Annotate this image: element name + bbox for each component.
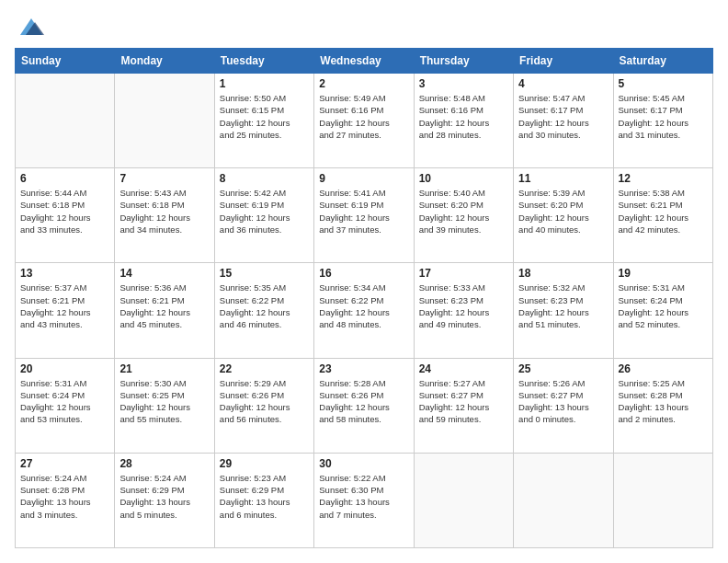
- calendar-cell: 17Sunrise: 5:33 AM Sunset: 6:23 PM Dayli…: [414, 263, 513, 358]
- day-info: Sunrise: 5:28 AM Sunset: 6:26 PM Dayligh…: [319, 377, 408, 426]
- day-info: Sunrise: 5:48 AM Sunset: 6:16 PM Dayligh…: [419, 92, 508, 141]
- day-number: 29: [220, 457, 309, 470]
- calendar-cell: [16, 74, 115, 168]
- day-info: Sunrise: 5:31 AM Sunset: 6:24 PM Dayligh…: [619, 282, 708, 330]
- day-info: Sunrise: 5:47 AM Sunset: 6:17 PM Dayligh…: [518, 92, 608, 141]
- day-number: 2: [319, 77, 408, 90]
- day-info: Sunrise: 5:22 AM Sunset: 6:30 PM Dayligh…: [319, 472, 408, 521]
- calendar-day-header: Wednesday: [314, 49, 414, 74]
- day-info: Sunrise: 5:35 AM Sunset: 6:22 PM Dayligh…: [220, 282, 309, 330]
- day-number: 23: [319, 362, 408, 375]
- day-number: 27: [20, 457, 109, 470]
- calendar-table: SundayMondayTuesdayWednesdayThursdayFrid…: [15, 48, 713, 548]
- day-number: 4: [518, 77, 608, 90]
- calendar-cell: 18Sunrise: 5:32 AM Sunset: 6:23 PM Dayli…: [514, 263, 613, 358]
- day-number: 1: [220, 77, 309, 90]
- calendar-week-row: 6Sunrise: 5:44 AM Sunset: 6:18 PM Daylig…: [16, 168, 713, 263]
- calendar-cell: 21Sunrise: 5:30 AM Sunset: 6:25 PM Dayli…: [115, 358, 214, 453]
- day-number: 20: [20, 362, 109, 375]
- day-number: 25: [518, 362, 608, 375]
- calendar-cell: [115, 74, 214, 168]
- day-info: Sunrise: 5:41 AM Sunset: 6:19 PM Dayligh…: [319, 187, 408, 236]
- calendar-cell: 22Sunrise: 5:29 AM Sunset: 6:26 PM Dayli…: [214, 358, 313, 453]
- day-number: 5: [619, 77, 708, 90]
- calendar-body: 1Sunrise: 5:50 AM Sunset: 6:15 PM Daylig…: [16, 74, 713, 548]
- day-number: 9: [319, 172, 408, 185]
- calendar-cell: 16Sunrise: 5:34 AM Sunset: 6:22 PM Dayli…: [314, 263, 414, 358]
- logo: [15, 15, 44, 39]
- calendar-cell: 4Sunrise: 5:47 AM Sunset: 6:17 PM Daylig…: [514, 74, 613, 168]
- day-number: 14: [119, 267, 209, 280]
- day-info: Sunrise: 5:27 AM Sunset: 6:27 PM Dayligh…: [419, 377, 508, 426]
- day-number: 22: [220, 362, 309, 375]
- calendar-cell: 20Sunrise: 5:31 AM Sunset: 6:24 PM Dayli…: [16, 358, 115, 453]
- day-number: 6: [20, 172, 109, 185]
- calendar-day-header: Friday: [514, 49, 613, 74]
- calendar-cell: 6Sunrise: 5:44 AM Sunset: 6:18 PM Daylig…: [16, 168, 115, 263]
- calendar-cell: 9Sunrise: 5:41 AM Sunset: 6:19 PM Daylig…: [314, 168, 414, 263]
- day-number: 17: [419, 267, 508, 280]
- calendar-day-header: Thursday: [414, 49, 513, 74]
- day-info: Sunrise: 5:44 AM Sunset: 6:18 PM Dayligh…: [20, 187, 109, 236]
- calendar-cell: 10Sunrise: 5:40 AM Sunset: 6:20 PM Dayli…: [414, 168, 513, 263]
- day-number: 30: [319, 457, 408, 470]
- day-info: Sunrise: 5:33 AM Sunset: 6:23 PM Dayligh…: [419, 282, 508, 330]
- day-number: 18: [518, 267, 608, 280]
- logo-icon: [17, 11, 44, 39]
- calendar-cell: 3Sunrise: 5:48 AM Sunset: 6:16 PM Daylig…: [414, 74, 513, 168]
- calendar-cell: 11Sunrise: 5:39 AM Sunset: 6:20 PM Dayli…: [514, 168, 613, 263]
- calendar-cell: 7Sunrise: 5:43 AM Sunset: 6:18 PM Daylig…: [115, 168, 214, 263]
- calendar-week-row: 20Sunrise: 5:31 AM Sunset: 6:24 PM Dayli…: [16, 358, 713, 453]
- day-info: Sunrise: 5:30 AM Sunset: 6:25 PM Dayligh…: [119, 377, 209, 426]
- calendar-cell: 13Sunrise: 5:37 AM Sunset: 6:21 PM Dayli…: [16, 263, 115, 358]
- calendar-cell: 15Sunrise: 5:35 AM Sunset: 6:22 PM Dayli…: [214, 263, 313, 358]
- calendar-cell: 27Sunrise: 5:24 AM Sunset: 6:28 PM Dayli…: [16, 453, 115, 547]
- calendar-cell: 12Sunrise: 5:38 AM Sunset: 6:21 PM Dayli…: [613, 168, 712, 263]
- calendar-week-row: 1Sunrise: 5:50 AM Sunset: 6:15 PM Daylig…: [16, 74, 713, 168]
- calendar-cell: 1Sunrise: 5:50 AM Sunset: 6:15 PM Daylig…: [214, 74, 313, 168]
- day-number: 10: [419, 172, 508, 185]
- day-info: Sunrise: 5:40 AM Sunset: 6:20 PM Dayligh…: [419, 187, 508, 236]
- day-info: Sunrise: 5:34 AM Sunset: 6:22 PM Dayligh…: [319, 282, 408, 330]
- day-info: Sunrise: 5:29 AM Sunset: 6:26 PM Dayligh…: [220, 377, 309, 426]
- day-number: 19: [619, 267, 708, 280]
- day-info: Sunrise: 5:43 AM Sunset: 6:18 PM Dayligh…: [119, 187, 209, 236]
- day-info: Sunrise: 5:26 AM Sunset: 6:27 PM Dayligh…: [518, 377, 608, 426]
- day-number: 16: [319, 267, 408, 280]
- day-info: Sunrise: 5:37 AM Sunset: 6:21 PM Dayligh…: [20, 282, 109, 330]
- calendar-cell: 24Sunrise: 5:27 AM Sunset: 6:27 PM Dayli…: [414, 358, 513, 453]
- day-info: Sunrise: 5:32 AM Sunset: 6:23 PM Dayligh…: [518, 282, 608, 330]
- calendar-cell: 5Sunrise: 5:45 AM Sunset: 6:17 PM Daylig…: [613, 74, 712, 168]
- calendar-cell: 2Sunrise: 5:49 AM Sunset: 6:16 PM Daylig…: [314, 74, 414, 168]
- calendar-cell: 28Sunrise: 5:24 AM Sunset: 6:29 PM Dayli…: [115, 453, 214, 547]
- calendar-cell: 25Sunrise: 5:26 AM Sunset: 6:27 PM Dayli…: [514, 358, 613, 453]
- calendar-cell: 29Sunrise: 5:23 AM Sunset: 6:29 PM Dayli…: [214, 453, 313, 547]
- day-number: 3: [419, 77, 508, 90]
- day-number: 26: [619, 362, 708, 375]
- page: SundayMondayTuesdayWednesdayThursdayFrid…: [0, 0, 728, 563]
- day-info: Sunrise: 5:24 AM Sunset: 6:28 PM Dayligh…: [20, 472, 109, 521]
- day-number: 15: [220, 267, 309, 280]
- calendar-week-row: 13Sunrise: 5:37 AM Sunset: 6:21 PM Dayli…: [16, 263, 713, 358]
- day-number: 11: [518, 172, 608, 185]
- day-number: 12: [619, 172, 708, 185]
- calendar-cell: 26Sunrise: 5:25 AM Sunset: 6:28 PM Dayli…: [613, 358, 712, 453]
- day-info: Sunrise: 5:24 AM Sunset: 6:29 PM Dayligh…: [119, 472, 209, 521]
- calendar-day-header: Sunday: [16, 49, 115, 74]
- day-number: 8: [220, 172, 309, 185]
- calendar-header-row: SundayMondayTuesdayWednesdayThursdayFrid…: [16, 49, 713, 74]
- calendar-week-row: 27Sunrise: 5:24 AM Sunset: 6:28 PM Dayli…: [16, 453, 713, 547]
- day-number: 21: [119, 362, 209, 375]
- day-info: Sunrise: 5:42 AM Sunset: 6:19 PM Dayligh…: [220, 187, 309, 236]
- calendar-day-header: Monday: [115, 49, 214, 74]
- day-info: Sunrise: 5:23 AM Sunset: 6:29 PM Dayligh…: [220, 472, 309, 521]
- day-info: Sunrise: 5:50 AM Sunset: 6:15 PM Dayligh…: [220, 92, 309, 141]
- day-number: 28: [119, 457, 209, 470]
- day-info: Sunrise: 5:45 AM Sunset: 6:17 PM Dayligh…: [619, 92, 708, 141]
- calendar-cell: 19Sunrise: 5:31 AM Sunset: 6:24 PM Dayli…: [613, 263, 712, 358]
- calendar-cell: [414, 453, 513, 547]
- header: [15, 15, 713, 39]
- calendar-day-header: Tuesday: [214, 49, 313, 74]
- day-number: 7: [119, 172, 209, 185]
- calendar-cell: 30Sunrise: 5:22 AM Sunset: 6:30 PM Dayli…: [314, 453, 414, 547]
